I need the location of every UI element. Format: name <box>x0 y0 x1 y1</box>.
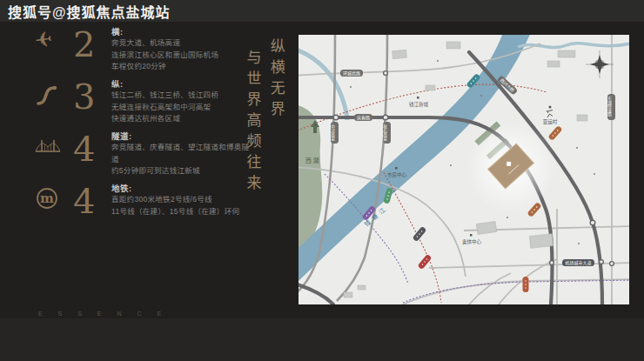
item-line: 钱江二桥、钱江三桥、钱江四桥 <box>111 90 252 102</box>
item-line: 11号线（在建）、15号线（在建）环伺 <box>111 206 252 218</box>
svg-text:m: m <box>40 191 54 206</box>
svg-text:市民中心: 市民中心 <box>387 171 407 178</box>
transport-item-tunnels: 4 隧道: 奔竞隧道、庆春隧道、望江隧道和博奥隧道 约5分钟即可到达钱江新城 <box>35 128 252 180</box>
watermark-bar: 搜狐号@搜狐焦点盐城站 <box>0 0 644 22</box>
item-line: 奔竞隧道、庆春隧道、望江隧道和博奥隧道 <box>111 142 252 165</box>
svg-text:环城北路: 环城北路 <box>343 70 360 77</box>
metro-icon: m <box>35 180 73 211</box>
count-number: 2 <box>73 23 111 62</box>
headline-line-2: 与世界高频往来 <box>243 38 260 256</box>
road-label-airport-ave: 机场城市大道 <box>562 259 594 266</box>
item-line: 快速通达杭州各区域 <box>111 113 252 125</box>
road-label-qiushi-viaduct: 秋石高架 <box>383 122 392 144</box>
road-label-donghu-expy: 东湖快速路 <box>607 94 616 120</box>
item-line: 车程仅约20分钟 <box>111 61 252 73</box>
item-heading: 纵: <box>111 78 252 90</box>
item-line: 无缝连接秋石高架和中河高架 <box>111 102 252 114</box>
transport-item-bridges: 3 纵: 钱江二桥、钱江三桥、钱江四桥 无缝连接秋石高架和中河高架 快速通达杭州… <box>35 76 252 128</box>
svg-text:钱江新城: 钱江新城 <box>409 101 429 108</box>
road-label-zhonghe-viaduct: 中河高架 <box>331 122 339 144</box>
lower-background <box>0 318 644 361</box>
svg-text:机场城市大道: 机场城市大道 <box>565 260 591 266</box>
item-heading: 隧道: <box>111 130 252 142</box>
road-label-qingchun: 庆春路 <box>354 114 372 121</box>
transport-item-highway: ✈ 2 横: 奔竞大道、机场高速 连接滨江核心区和萧山国际机场 车程仅约20分钟 <box>35 23 252 76</box>
headline-line-1: 纵横无界 <box>266 38 284 256</box>
svg-text:秋石高架: 秋石高架 <box>383 124 387 142</box>
west-lake-label: 西湖 <box>305 157 320 164</box>
item-heading: 地铁: <box>111 183 252 194</box>
overpass-icon <box>35 76 73 106</box>
transport-list: ✈ 2 横: 奔竞大道、机场高速 连接滨江核心区和萧山国际机场 车程仅约20分钟… <box>35 23 252 232</box>
bridge-icon <box>35 128 73 157</box>
item-line: 奔竞大道、机场高速 <box>111 37 252 50</box>
brand-text: E S S E N C E <box>38 311 168 317</box>
count-number: 4 <box>73 180 111 218</box>
item-line: 约5分钟即可到达钱江新城 <box>111 165 252 177</box>
count-number: 4 <box>73 128 111 166</box>
svg-text:奥体中心: 奥体中心 <box>462 238 482 245</box>
vertical-headline: 纵横无界 与世界高频往来 <box>243 38 285 256</box>
item-line: 直距约300米地铁2号线/6号线 <box>111 194 252 206</box>
watermark-text: 搜狐号@搜狐焦点盐城站 <box>0 1 171 22</box>
location-map: 西湖 钱塘江 环城北路 庆春路 <box>299 35 629 304</box>
svg-text:亚运村: 亚运村 <box>543 118 558 125</box>
airplane-icon: ✈ <box>35 23 73 50</box>
svg-text:中河高架: 中河高架 <box>331 124 335 142</box>
count-number: 3 <box>73 76 111 114</box>
road-label-ring-north: 环城北路 <box>340 70 363 77</box>
svg-text:庆春路: 庆春路 <box>357 115 370 121</box>
transport-item-metro: m 4 地铁: 直距约300米地铁2号线/6号线 11号线（在建）、15号线（在… <box>35 180 252 232</box>
item-heading: 横: <box>111 26 252 37</box>
item-line: 连接滨江核心区和萧山国际机场 <box>111 50 252 62</box>
svg-text:东湖快速路: 东湖快速路 <box>607 96 612 117</box>
